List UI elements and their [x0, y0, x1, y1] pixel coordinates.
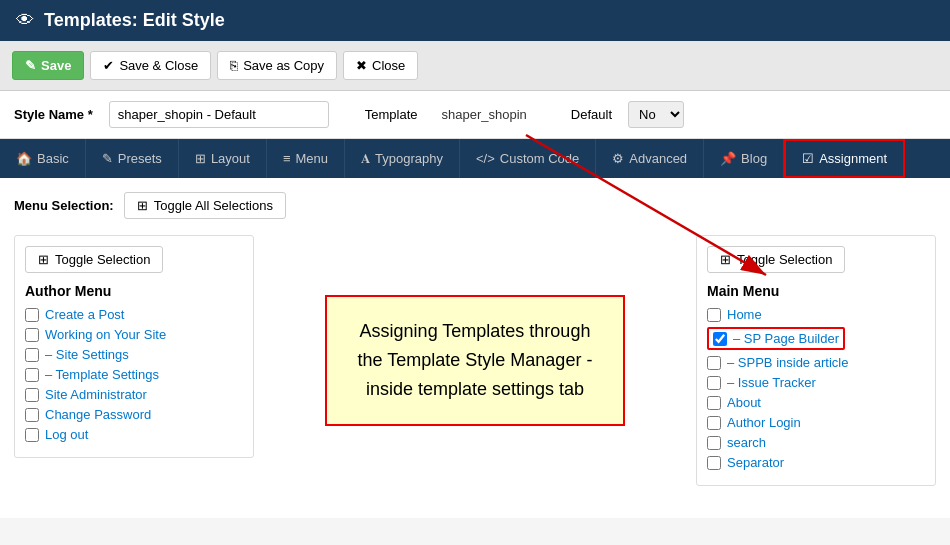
change-password-link[interactable]: Change Password — [45, 407, 151, 422]
content-area: Menu Selection: ⊞ Toggle All Selections … — [0, 178, 950, 518]
author-menu-title: Author Menu — [25, 283, 243, 299]
right-toggle-icon: ⊞ — [720, 252, 731, 267]
tab-custom-code[interactable]: </> Custom Code — [460, 139, 596, 178]
toolbar: ✎ Save ✔ Save & Close ⎘ Save as Copy ✖ C… — [0, 41, 950, 91]
site-admin-link[interactable]: Site Administrator — [45, 387, 147, 402]
header: 👁 Templates: Edit Style — [0, 0, 950, 41]
right-column: ⊞ Toggle Selection Main Menu Home – SP P… — [696, 235, 936, 486]
middle-column: Assigning Templates through the Template… — [268, 235, 682, 486]
template-settings-checkbox[interactable] — [25, 368, 39, 382]
style-name-input[interactable] — [109, 101, 329, 128]
save-copy-button[interactable]: ⎘ Save as Copy — [217, 51, 337, 80]
author-menu-panel: ⊞ Toggle Selection Author Menu Create a … — [14, 235, 254, 458]
author-login-checkbox[interactable] — [707, 416, 721, 430]
site-settings-checkbox[interactable] — [25, 348, 39, 362]
save-close-button[interactable]: ✔ Save & Close — [90, 51, 211, 80]
eye-icon: 👁 — [16, 10, 34, 31]
close-icon: ✖ — [356, 58, 367, 73]
author-login-link[interactable]: Author Login — [727, 415, 801, 430]
nav-tabs: 🏠 Basic ✎ Presets ⊞ Layout ≡ Menu 𝐀 Typo… — [0, 139, 950, 178]
copy-icon: ⎘ — [230, 58, 238, 73]
change-password-checkbox[interactable] — [25, 408, 39, 422]
search-checkbox[interactable] — [707, 436, 721, 450]
list-item: – Template Settings — [25, 367, 243, 382]
tab-assignment[interactable]: ☑ Assignment — [784, 139, 905, 178]
about-link[interactable]: About — [727, 395, 761, 410]
right-toggle-button-wrapper: ⊞ Toggle Selection — [707, 246, 925, 273]
toggle-all-icon: ⊞ — [137, 198, 148, 213]
right-toggle-selection-button[interactable]: ⊞ Toggle Selection — [707, 246, 845, 273]
list-item: – Site Settings — [25, 347, 243, 362]
toggle-all-button[interactable]: ⊞ Toggle All Selections — [124, 192, 286, 219]
issue-tracker-link[interactable]: – Issue Tracker — [727, 375, 816, 390]
list-item: search — [707, 435, 925, 450]
close-button[interactable]: ✖ Close — [343, 51, 418, 80]
list-item: Change Password — [25, 407, 243, 422]
left-toggle-icon: ⊞ — [38, 252, 49, 267]
list-item: Separator — [707, 455, 925, 470]
home-icon: 🏠 — [16, 151, 32, 166]
tab-layout[interactable]: ⊞ Layout — [179, 139, 267, 178]
tab-typography[interactable]: 𝐀 Typography — [345, 139, 460, 178]
working-site-checkbox[interactable] — [25, 328, 39, 342]
page-title: Templates: Edit Style — [44, 10, 225, 31]
annotation-text: Assigning Templates through the Template… — [358, 321, 593, 399]
left-toggle-button-wrapper: ⊞ Toggle Selection — [25, 246, 243, 273]
home-checkbox[interactable] — [707, 308, 721, 322]
left-column: ⊞ Toggle Selection Author Menu Create a … — [14, 235, 254, 486]
menu-icon: ≡ — [283, 151, 291, 166]
separator-link[interactable]: Separator — [727, 455, 784, 470]
site-settings-link[interactable]: – Site Settings — [45, 347, 129, 362]
columns: ⊞ Toggle Selection Author Menu Create a … — [14, 235, 936, 486]
code-icon: </> — [476, 151, 495, 166]
list-item: Site Administrator — [25, 387, 243, 402]
template-label: Template — [365, 107, 418, 122]
sp-page-builder-checkbox[interactable] — [713, 332, 727, 346]
tab-presets[interactable]: ✎ Presets — [86, 139, 179, 178]
logout-link[interactable]: Log out — [45, 427, 88, 442]
annotation-box: Assigning Templates through the Template… — [325, 295, 625, 425]
list-item: Home — [707, 307, 925, 322]
logout-checkbox[interactable] — [25, 428, 39, 442]
menu-selection-row: Menu Selection: ⊞ Toggle All Selections — [14, 192, 936, 219]
site-admin-checkbox[interactable] — [25, 388, 39, 402]
tab-advanced[interactable]: ⚙ Advanced — [596, 139, 704, 178]
style-name-label: Style Name * — [14, 107, 93, 122]
checkmark-icon: ✔ — [103, 58, 114, 73]
search-link[interactable]: search — [727, 435, 766, 450]
create-post-checkbox[interactable] — [25, 308, 39, 322]
working-site-link[interactable]: Working on Your Site — [45, 327, 166, 342]
tab-menu[interactable]: ≡ Menu — [267, 139, 345, 178]
save-icon: ✎ — [25, 58, 36, 73]
menu-selection-label: Menu Selection: — [14, 198, 114, 213]
pencil-icon: ✎ — [102, 151, 113, 166]
template-settings-link[interactable]: – Template Settings — [45, 367, 159, 382]
list-item: Create a Post — [25, 307, 243, 322]
sp-page-builder-highlighted: – SP Page Builder — [707, 327, 845, 350]
list-item: – SP Page Builder — [707, 327, 925, 350]
list-item: Log out — [25, 427, 243, 442]
layout-icon: ⊞ — [195, 151, 206, 166]
sp-page-builder-link[interactable]: – SP Page Builder — [733, 331, 839, 346]
issue-tracker-checkbox[interactable] — [707, 376, 721, 390]
author-menu-list: Create a Post Working on Your Site – Sit… — [25, 307, 243, 442]
main-menu-list: Home – SP Page Builder – SPPB inside art… — [707, 307, 925, 470]
list-item: – SPPB inside article — [707, 355, 925, 370]
left-toggle-selection-button[interactable]: ⊞ Toggle Selection — [25, 246, 163, 273]
save-button[interactable]: ✎ Save — [12, 51, 84, 80]
tab-blog[interactable]: 📌 Blog — [704, 139, 784, 178]
about-checkbox[interactable] — [707, 396, 721, 410]
typography-icon: 𝐀 — [361, 151, 370, 167]
tab-basic[interactable]: 🏠 Basic — [0, 139, 86, 178]
main-menu-title: Main Menu — [707, 283, 925, 299]
default-select[interactable]: No Yes — [628, 101, 684, 128]
pin-icon: 📌 — [720, 151, 736, 166]
sppb-inside-checkbox[interactable] — [707, 356, 721, 370]
list-item: Working on Your Site — [25, 327, 243, 342]
separator-checkbox[interactable] — [707, 456, 721, 470]
create-post-link[interactable]: Create a Post — [45, 307, 125, 322]
sppb-inside-link[interactable]: – SPPB inside article — [727, 355, 848, 370]
home-link[interactable]: Home — [727, 307, 762, 322]
list-item: About — [707, 395, 925, 410]
list-item: – Issue Tracker — [707, 375, 925, 390]
